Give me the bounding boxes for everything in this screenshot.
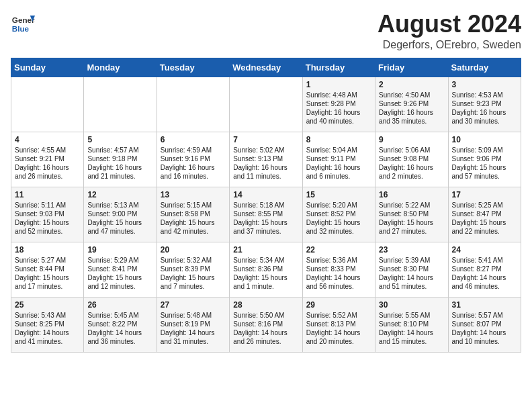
month-year: August 2024 [378, 11, 521, 38]
day-number: 17 [452, 190, 517, 199]
day-info: Sunset: 8:41 PM [87, 265, 152, 273]
day-info: and 52 minutes. [15, 227, 80, 236]
week-row-4: 18Sunrise: 5:27 AMSunset: 8:44 PMDayligh… [11, 242, 521, 297]
day-info: Sunrise: 5:27 AM [15, 256, 80, 265]
day-info: Sunrise: 5:29 AM [87, 256, 152, 265]
calendar-cell: 29Sunrise: 5:52 AMSunset: 8:13 PMDayligh… [302, 297, 375, 352]
calendar-cell: 30Sunrise: 5:55 AMSunset: 8:10 PMDayligh… [375, 297, 448, 352]
day-info: Daylight: 15 hours [379, 218, 444, 227]
day-info: Sunset: 8:07 PM [452, 320, 517, 328]
day-number: 31 [452, 300, 517, 310]
day-number: 14 [233, 190, 298, 199]
logo: General Blue [11, 11, 38, 35]
calendar-table: SundayMondayTuesdayWednesdayThursdayFrid… [11, 58, 521, 353]
day-number: 16 [379, 190, 444, 199]
calendar-cell [11, 77, 84, 132]
header-day-thursday: Thursday [302, 58, 375, 77]
day-info: Daylight: 15 hours [452, 163, 517, 172]
day-number: 11 [15, 190, 80, 199]
day-info: and 27 minutes. [379, 227, 444, 236]
day-info: Sunset: 8:27 PM [452, 265, 517, 273]
day-info: and 41 minutes. [15, 337, 80, 346]
day-info: Sunrise: 5:25 AM [452, 201, 517, 210]
calendar-cell: 17Sunrise: 5:25 AMSunset: 8:47 PMDayligh… [448, 187, 521, 242]
calendar-cell: 22Sunrise: 5:36 AMSunset: 8:33 PMDayligh… [302, 242, 375, 297]
day-info: Sunset: 8:47 PM [452, 210, 517, 218]
day-info: Sunset: 9:28 PM [306, 99, 371, 108]
day-info: and 46 minutes. [452, 282, 517, 291]
day-number: 22 [306, 245, 371, 255]
day-info: Sunrise: 5:50 AM [233, 311, 298, 320]
calendar-cell: 26Sunrise: 5:45 AMSunset: 8:22 PMDayligh… [84, 297, 157, 352]
day-number: 28 [233, 300, 298, 310]
day-info: Sunrise: 4:53 AM [452, 91, 517, 99]
day-info: Daylight: 14 hours [233, 328, 298, 337]
day-info: Sunrise: 5:02 AM [233, 146, 298, 154]
calendar-cell: 21Sunrise: 5:34 AMSunset: 8:36 PMDayligh… [230, 242, 302, 297]
day-info: and 31 minutes. [161, 337, 226, 346]
day-info: Sunrise: 5:36 AM [306, 256, 371, 265]
calendar-cell: 13Sunrise: 5:15 AMSunset: 8:58 PMDayligh… [157, 187, 229, 242]
day-number: 23 [379, 245, 444, 255]
day-number: 19 [87, 245, 152, 255]
calendar-cell [157, 77, 229, 132]
week-row-3: 11Sunrise: 5:11 AMSunset: 9:03 PMDayligh… [11, 187, 521, 242]
calendar-cell: 15Sunrise: 5:20 AMSunset: 8:52 PMDayligh… [302, 187, 375, 242]
day-info: Sunset: 8:33 PM [306, 265, 371, 273]
day-info: Daylight: 14 hours [306, 328, 371, 337]
day-info: and 26 minutes. [233, 337, 298, 346]
location: Degerfors, OErebro, Sweden [378, 39, 521, 51]
calendar-cell: 31Sunrise: 5:57 AMSunset: 8:07 PMDayligh… [448, 297, 521, 352]
day-info: and 10 minutes. [452, 337, 517, 346]
day-info: Sunrise: 5:15 AM [161, 201, 226, 210]
day-info: and 26 minutes. [15, 172, 80, 181]
calendar-cell: 4Sunrise: 4:55 AMSunset: 9:21 PMDaylight… [11, 132, 84, 187]
day-info: Daylight: 16 hours [161, 163, 226, 172]
calendar-cell: 6Sunrise: 4:59 AMSunset: 9:16 PMDaylight… [157, 132, 229, 187]
day-info: and 16 minutes. [161, 172, 226, 181]
calendar-cell: 18Sunrise: 5:27 AMSunset: 8:44 PMDayligh… [11, 242, 84, 297]
day-info: Daylight: 16 hours [306, 108, 371, 117]
header-day-friday: Friday [375, 58, 448, 77]
calendar-cell: 28Sunrise: 5:50 AMSunset: 8:16 PMDayligh… [230, 297, 302, 352]
calendar-cell: 23Sunrise: 5:39 AMSunset: 8:30 PMDayligh… [375, 242, 448, 297]
day-info: Sunrise: 5:41 AM [452, 256, 517, 265]
day-info: Sunrise: 5:34 AM [233, 256, 298, 265]
day-info: Sunset: 9:23 PM [452, 99, 517, 108]
day-info: Daylight: 15 hours [161, 218, 226, 227]
day-info: and 11 minutes. [233, 172, 298, 181]
day-number: 30 [379, 300, 444, 310]
day-info: Sunset: 8:22 PM [87, 320, 152, 328]
day-info: Sunrise: 5:55 AM [379, 311, 444, 320]
day-info: and 21 minutes. [87, 172, 152, 181]
day-info: Daylight: 16 hours [306, 163, 371, 172]
day-number: 25 [15, 300, 80, 310]
day-info: and 42 minutes. [161, 227, 226, 236]
day-info: and 1 minute. [233, 282, 298, 291]
day-info: Sunset: 8:36 PM [233, 265, 298, 273]
day-info: Daylight: 14 hours [452, 328, 517, 337]
day-info: Sunset: 8:10 PM [379, 320, 444, 328]
day-info: Daylight: 15 hours [233, 273, 298, 282]
day-info: Daylight: 15 hours [233, 218, 298, 227]
day-number: 13 [161, 190, 226, 199]
day-info: Sunrise: 5:22 AM [379, 201, 444, 210]
week-row-5: 25Sunrise: 5:43 AMSunset: 8:25 PMDayligh… [11, 297, 521, 352]
day-number: 21 [233, 245, 298, 255]
day-info: Sunrise: 5:13 AM [87, 201, 152, 210]
day-info: and 12 minutes. [87, 282, 152, 291]
day-info: Daylight: 16 hours [87, 163, 152, 172]
day-info: and 32 minutes. [306, 227, 371, 236]
day-info: Sunrise: 5:32 AM [161, 256, 226, 265]
day-info: Daylight: 15 hours [87, 218, 152, 227]
day-info: and 7 minutes. [161, 282, 226, 291]
day-info: Sunset: 8:52 PM [306, 210, 371, 218]
day-info: Sunset: 8:13 PM [306, 320, 371, 328]
day-info: Sunrise: 5:09 AM [452, 146, 517, 154]
calendar-cell: 14Sunrise: 5:18 AMSunset: 8:55 PMDayligh… [230, 187, 302, 242]
day-info: Sunset: 8:30 PM [379, 265, 444, 273]
day-info: and 36 minutes. [87, 337, 152, 346]
day-info: Sunrise: 4:55 AM [15, 146, 80, 154]
day-info: Sunset: 9:16 PM [161, 154, 226, 163]
calendar-cell: 2Sunrise: 4:50 AMSunset: 9:26 PMDaylight… [375, 77, 448, 132]
